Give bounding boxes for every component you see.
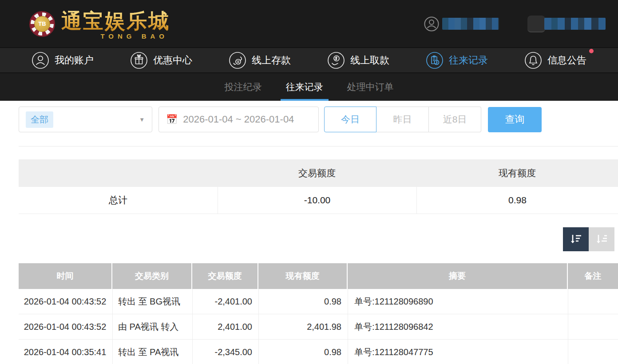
- row-transaction-amount: -2,401.00: [192, 289, 258, 314]
- row-time: 2026-01-04 00:43:52: [19, 289, 111, 314]
- brand-name-cn: 通宝娱乐城: [61, 8, 170, 35]
- tab-betting-records[interactable]: 投注纪录: [224, 73, 263, 101]
- header-transaction-type: 交易类别: [112, 263, 191, 289]
- row-summary: 单号:121128047775: [348, 340, 567, 364]
- nav-label: 信息公告: [547, 54, 586, 67]
- summary-header-row: 交易额度 现有额度: [19, 159, 618, 187]
- user-icon: [32, 51, 49, 69]
- date-range-input[interactable]: 📅 2026-01-04 ~ 2026-01-04: [158, 107, 319, 132]
- summary-table: 交易额度 现有额度 总计 -10.00 0.98: [19, 159, 618, 214]
- row-time: 2026-01-04 00:43:52: [19, 314, 111, 339]
- nav-label: 往来记录: [449, 54, 488, 67]
- header-current-balance: 现有额度: [258, 263, 347, 289]
- sort-amount-desc-icon: [569, 233, 582, 246]
- censored-username: [442, 18, 499, 30]
- summary-header-current-balance: 现有额度: [416, 159, 618, 187]
- row-remark: [568, 340, 618, 364]
- row-current-balance: 0.98: [258, 289, 347, 314]
- gift-icon: [130, 51, 148, 69]
- sort-ascending-button[interactable]: [589, 227, 614, 251]
- tab-processing-orders[interactable]: 处理中订单: [346, 73, 395, 101]
- today-button[interactable]: 今日: [324, 107, 376, 132]
- notification-dot: [589, 49, 594, 53]
- row-transaction-type: 转出 至 PA视讯: [112, 340, 191, 364]
- nav-label: 优惠中心: [153, 54, 192, 67]
- row-transaction-type: 转出 至 BG视讯: [112, 289, 191, 314]
- sort-controls: [19, 227, 618, 251]
- nav-item-promotions[interactable]: 优惠中心: [130, 51, 192, 69]
- logged-in-user[interactable]: [424, 16, 499, 32]
- filter-row: 全部 ▼ 📅 2026-01-04 ~ 2026-01-04 今日 昨日 近8日…: [19, 107, 618, 132]
- chevron-down-icon: ▼: [139, 116, 145, 123]
- table-row: 2026-01-04 00:35:41 转出 至 PA视讯 -2,345.00 …: [19, 340, 618, 364]
- sub-tab-bar: 投注纪录 往来记录 处理中订单: [0, 73, 618, 101]
- last-8-days-button[interactable]: 近8日: [429, 107, 481, 132]
- censored-balance: [544, 18, 606, 30]
- nav-item-deposit[interactable]: 线上存款: [229, 51, 291, 69]
- row-remark: [568, 314, 618, 339]
- nav-label: 线上存款: [252, 54, 291, 67]
- tab-transaction-records[interactable]: 往来记录: [285, 73, 324, 101]
- header-time: 时间: [19, 263, 111, 289]
- row-transaction-type: 由 PA视讯 转入: [112, 314, 191, 339]
- summary-total-row: 总计 -10.00 0.98: [19, 187, 618, 214]
- query-button[interactable]: 查询: [488, 107, 542, 132]
- nav-item-transaction-records[interactable]: 往来记录: [426, 51, 488, 69]
- transaction-type-select[interactable]: 全部 ▼: [19, 107, 152, 132]
- summary-transaction-amount-value: -10.00: [218, 187, 416, 214]
- calendar-icon: 📅: [166, 114, 178, 125]
- bell-icon: [524, 51, 542, 69]
- main-navigation: 我的账户 优惠中心 线上存款 线上取款 往来记录: [0, 47, 618, 73]
- row-summary: 单号:121128096842: [348, 314, 567, 339]
- summary-header-transaction-amount: 交易额度: [218, 159, 416, 187]
- nav-item-my-account[interactable]: 我的账户: [32, 51, 94, 69]
- row-current-balance: 2,401.98: [258, 314, 347, 339]
- user-balance-chunk[interactable]: [527, 16, 606, 32]
- user-area: [424, 16, 606, 32]
- header-summary: 摘要: [348, 263, 567, 289]
- deposit-coin-hand-icon: [229, 51, 246, 69]
- row-remark: [568, 289, 618, 314]
- user-outline-icon: [424, 16, 440, 32]
- row-transaction-amount: 2,401.00: [192, 314, 258, 339]
- chip-tb-monogram: TB: [34, 16, 50, 32]
- records-clipboard-clock-icon: [426, 51, 444, 69]
- brand-logo[interactable]: TB 通宝娱乐城 TONG BAO: [29, 8, 170, 40]
- summary-header-empty: [19, 159, 218, 187]
- records-header-row: 时间 交易类别 交易额度 现有额度 摘要 备注: [19, 263, 618, 289]
- sort-amount-asc-icon: [595, 233, 608, 246]
- main-content: 全部 ▼ 📅 2026-01-04 ~ 2026-01-04 今日 昨日 近8日…: [0, 107, 618, 364]
- nav-label: 线上取款: [350, 54, 389, 67]
- top-bar: TB 通宝娱乐城 TONG BAO: [0, 0, 618, 47]
- row-summary: 单号:121128096890: [348, 289, 567, 314]
- nav-item-withdraw[interactable]: 线上取款: [327, 51, 389, 69]
- date-range-value: 2026-01-04 ~ 2026-01-04: [183, 114, 294, 125]
- header-remark: 备注: [568, 263, 618, 289]
- brand-text: 通宝娱乐城 TONG BAO: [61, 8, 170, 40]
- casino-chip-icon: TB: [29, 11, 55, 37]
- selected-type-tag: 全部: [26, 111, 53, 128]
- censored-avatar: [527, 16, 545, 32]
- summary-total-label: 总计: [19, 187, 218, 214]
- nav-item-announcements[interactable]: 信息公告: [524, 51, 586, 69]
- section-divider: [19, 146, 618, 146]
- quick-date-group: 今日 昨日 近8日: [324, 107, 481, 132]
- row-current-balance: 0.98: [258, 340, 347, 364]
- row-time: 2026-01-04 00:35:41: [19, 340, 111, 364]
- sort-descending-button[interactable]: [563, 227, 589, 251]
- header-transaction-amount: 交易额度: [192, 263, 258, 289]
- yesterday-button[interactable]: 昨日: [376, 107, 429, 132]
- records-table: 时间 交易类别 交易额度 现有额度 摘要 备注 2026-01-04 00:43…: [19, 263, 618, 364]
- row-transaction-amount: -2,345.00: [192, 340, 258, 364]
- withdraw-coin-hand-icon: [327, 51, 345, 69]
- table-row: 2026-01-04 00:43:52 转出 至 BG视讯 -2,401.00 …: [19, 289, 618, 314]
- summary-current-balance-value: 0.98: [416, 187, 618, 214]
- table-row: 2026-01-04 00:43:52 由 PA视讯 转入 2,401.00 2…: [19, 314, 618, 340]
- nav-label: 我的账户: [55, 54, 94, 67]
